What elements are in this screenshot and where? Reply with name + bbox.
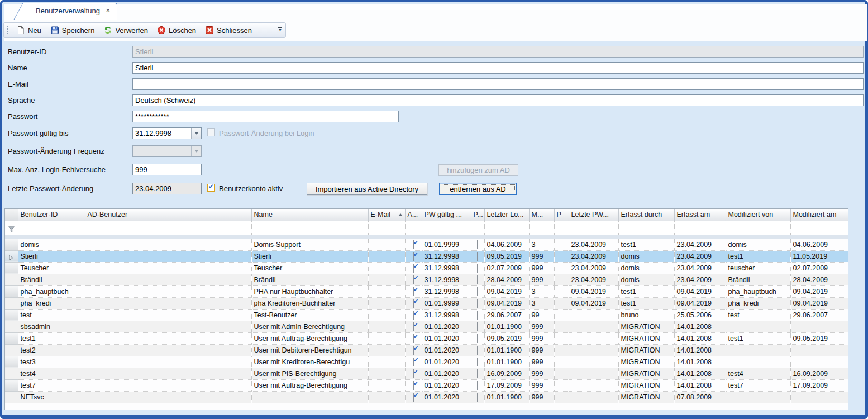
cell-letzte_pw[interactable]: 23.04.2009 (569, 262, 618, 274)
cell-modifiziert_am[interactable] (790, 344, 848, 356)
pw_gueltig_bis-field[interactable]: 31.12.9998 (132, 127, 202, 139)
cell-pw_gueltig[interactable]: 01.01.2020 (422, 356, 471, 368)
cell-modifiziert_von[interactable]: test (726, 309, 790, 321)
cell-max_versuche[interactable]: 3 (529, 239, 554, 250)
cell-benutzer_id[interactable]: Brändli (18, 274, 85, 285)
cell-modifiziert_am[interactable]: 09.04.2019 (790, 285, 848, 297)
cell-email[interactable] (368, 379, 405, 391)
column-header-pw_aendern[interactable]: P... (471, 209, 484, 221)
cell-benutzer_id[interactable]: test2 (18, 344, 85, 356)
cell-erfasst_durch[interactable]: MIGRATION (618, 368, 674, 379)
cell-max_versuche[interactable]: 999 (529, 344, 554, 356)
pw_frequenz-field[interactable] (132, 145, 202, 157)
aktiv-checkbox[interactable] (413, 358, 414, 366)
column-header-letzter_login[interactable]: Letzter Lo... (484, 209, 529, 221)
cell-erfasst_durch[interactable]: domis (618, 250, 674, 262)
row-selector[interactable] (5, 368, 18, 379)
row-selector[interactable] (5, 332, 18, 344)
cell-erfasst_am[interactable]: 25.05.2006 (674, 309, 726, 321)
cell-letzter_login[interactable]: 09.04.2019 (484, 297, 529, 309)
cell-benutzer_id[interactable]: test3 (18, 356, 85, 368)
cell-modifiziert_von[interactable] (726, 356, 790, 368)
cell-modifiziert_am[interactable]: 29.06.2007 (790, 309, 848, 321)
cell-ad_benutzer[interactable] (85, 321, 251, 332)
cell-name[interactable]: User mit Auftrag-Berechtigung (251, 332, 368, 344)
cell-benutzer_id[interactable]: Teuscher (18, 262, 85, 274)
cell-max_versuche[interactable]: 999 (529, 262, 554, 274)
column-header-p[interactable]: P (554, 209, 569, 221)
cell-name[interactable]: Test-Benutzer (251, 309, 368, 321)
cell-erfasst_am[interactable]: 07.08.2009 (674, 391, 726, 403)
filter-cell-modifiziert_am[interactable] (790, 221, 848, 235)
cell-erfasst_am[interactable]: 09.04.2019 (674, 297, 726, 309)
cell-ad_benutzer[interactable] (85, 274, 251, 285)
cell-ad_benutzer[interactable] (85, 285, 251, 297)
cell-max_versuche[interactable]: 3 (529, 285, 554, 297)
cell-letzte_pw[interactable] (569, 391, 618, 403)
cell-max_versuche[interactable]: 99 (529, 309, 554, 321)
cell-benutzer_id[interactable]: test7 (18, 379, 85, 391)
cell-erfasst_durch[interactable]: bruno (618, 309, 674, 321)
table-row[interactable]: test7User mit Auftrag-Berechtigung01.01.… (5, 379, 848, 391)
aktiv-checkbox[interactable] (413, 369, 414, 378)
cell-letzte_pw[interactable]: 09.04.2019 (569, 285, 618, 297)
column-header-max_versuche[interactable]: M... (529, 209, 554, 221)
letzte_pw_aenderung-checkbox[interactable] (207, 184, 215, 192)
cell-letzte_pw[interactable]: 23.04.2009 (569, 239, 618, 250)
cell-erfasst_durch[interactable]: MIGRATION (618, 321, 674, 332)
toolbar-button-speichern[interactable]: Speichern (46, 24, 99, 36)
cell-pw_gueltig[interactable]: 31.12.9998 (422, 274, 471, 285)
filter-cell-email[interactable] (368, 221, 405, 235)
filter-cell-erfasst_am[interactable] (674, 221, 726, 235)
cell-p[interactable] (554, 309, 569, 321)
cell-erfasst_durch[interactable]: MIGRATION (618, 344, 674, 356)
cell-erfasst_durch[interactable]: domis (618, 274, 674, 285)
column-header-letzte_pw[interactable]: Letzte PW... (569, 209, 618, 221)
cell-email[interactable] (368, 309, 405, 321)
table-row[interactable]: domisDomis-Support01.01.999904.06.200932… (5, 239, 848, 250)
cell-modifiziert_am[interactable]: 28.04.2009 (790, 274, 848, 285)
column-header-name[interactable]: Name (251, 209, 368, 221)
cell-erfasst_durch[interactable]: MIGRATION (618, 391, 674, 403)
filter-cell-letzter_login[interactable] (484, 221, 529, 235)
table-row[interactable]: pha_kredipha Kreditoren-Buchhalter01.01.… (5, 297, 848, 309)
filter-cell-max_versuche[interactable] (529, 221, 554, 235)
cell-erfasst_am[interactable]: 14.01.2008 (674, 379, 726, 391)
column-header-email[interactable]: E-Mail (368, 209, 405, 221)
row-selector[interactable] (5, 250, 18, 262)
row-selector[interactable] (5, 379, 18, 391)
cell-email[interactable] (368, 239, 405, 250)
cell-letzter_login[interactable]: 28.04.2009 (484, 274, 529, 285)
cell-email[interactable] (368, 321, 405, 332)
pw_frequenz-dropdown-button[interactable] (191, 146, 201, 156)
cell-modifiziert_von[interactable]: test1 (726, 250, 790, 262)
cell-pw_gueltig[interactable]: 01.01.2020 (422, 368, 471, 379)
row-selector[interactable] (5, 344, 18, 356)
cell-modifiziert_von[interactable]: test7 (726, 379, 790, 391)
cell-letzter_login[interactable]: 04.06.2009 (484, 239, 529, 250)
pw_aendern-checkbox[interactable] (477, 393, 478, 402)
aktiv-checkbox[interactable] (413, 299, 414, 308)
pw_aendern-checkbox[interactable] (477, 369, 478, 378)
cell-pw_gueltig[interactable]: 01.01.9999 (422, 297, 471, 309)
cell-letzter_login[interactable]: 17.09.2009 (484, 379, 529, 391)
cell-erfasst_durch[interactable]: MIGRATION (618, 356, 674, 368)
row-selector[interactable] (5, 285, 18, 297)
cell-ad_benutzer[interactable] (85, 297, 251, 309)
cell-p[interactable] (554, 332, 569, 344)
cell-p[interactable] (554, 391, 569, 403)
column-header-modifiziert_am[interactable]: Modifiziert am (790, 209, 848, 221)
cell-erfasst_am[interactable]: 14.01.2008 (674, 332, 726, 344)
cell-modifiziert_am[interactable]: 04.06.2009 (790, 239, 848, 250)
cell-max_versuche[interactable]: 999 (529, 356, 554, 368)
cell-modifiziert_von[interactable]: pha_kredi (726, 297, 790, 309)
cell-pw_gueltig[interactable]: 31.12.9998 (422, 262, 471, 274)
filter-cell-modifiziert_von[interactable] (726, 221, 790, 235)
cell-p[interactable] (554, 285, 569, 297)
tab-close-icon[interactable]: × (106, 6, 110, 15)
cell-modifiziert_am[interactable]: 17.09.2009 (790, 379, 848, 391)
row-selector[interactable] (5, 239, 18, 250)
table-row[interactable]: StierliStierli31.12.999809.05.201999923.… (5, 250, 848, 262)
cell-email[interactable] (368, 356, 405, 368)
cell-ad_benutzer[interactable] (85, 332, 251, 344)
